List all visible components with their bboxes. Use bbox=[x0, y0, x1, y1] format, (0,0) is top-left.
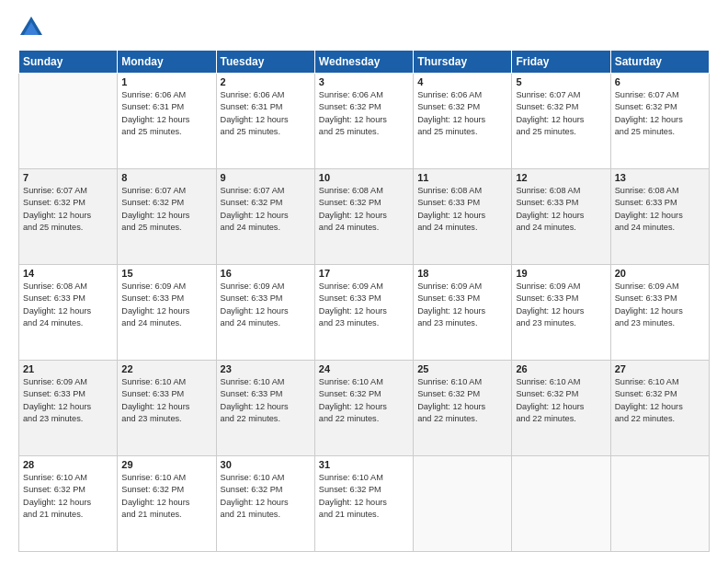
calendar-cell: 22Sunrise: 6:10 AM Sunset: 6:33 PM Dayli… bbox=[118, 361, 216, 456]
day-info: Sunrise: 6:06 AM Sunset: 6:31 PM Dayligh… bbox=[221, 89, 311, 138]
day-info: Sunrise: 6:10 AM Sunset: 6:32 PM Dayligh… bbox=[615, 376, 705, 425]
day-info: Sunrise: 6:08 AM Sunset: 6:32 PM Dayligh… bbox=[319, 185, 409, 234]
day-number: 5 bbox=[516, 76, 606, 87]
calendar-cell: 30Sunrise: 6:10 AM Sunset: 6:32 PM Dayli… bbox=[216, 456, 314, 552]
calendar-cell: 23Sunrise: 6:10 AM Sunset: 6:33 PM Dayli… bbox=[216, 361, 314, 456]
day-info: Sunrise: 6:10 AM Sunset: 6:33 PM Dayligh… bbox=[121, 376, 211, 425]
calendar-cell: 6Sunrise: 6:07 AM Sunset: 6:32 PM Daylig… bbox=[610, 74, 709, 169]
day-info: Sunrise: 6:09 AM Sunset: 6:33 PM Dayligh… bbox=[417, 281, 507, 329]
calendar-cell: 19Sunrise: 6:09 AM Sunset: 6:33 PM Dayli… bbox=[512, 265, 610, 361]
day-number: 31 bbox=[319, 459, 409, 470]
calendar-cell bbox=[414, 456, 512, 552]
day-info: Sunrise: 6:08 AM Sunset: 6:33 PM Dayligh… bbox=[516, 185, 606, 234]
day-info: Sunrise: 6:06 AM Sunset: 6:31 PM Dayligh… bbox=[121, 89, 211, 138]
calendar-cell: 15Sunrise: 6:09 AM Sunset: 6:33 PM Dayli… bbox=[118, 265, 216, 361]
day-info: Sunrise: 6:07 AM Sunset: 6:32 PM Dayligh… bbox=[221, 185, 311, 234]
calendar-cell: 18Sunrise: 6:09 AM Sunset: 6:33 PM Dayli… bbox=[414, 265, 512, 361]
day-info: Sunrise: 6:07 AM Sunset: 6:32 PM Dayligh… bbox=[121, 185, 211, 234]
day-info: Sunrise: 6:10 AM Sunset: 6:32 PM Dayligh… bbox=[319, 472, 409, 521]
day-info: Sunrise: 6:08 AM Sunset: 6:33 PM Dayligh… bbox=[615, 185, 705, 234]
calendar-header-row: SundayMondayTuesdayWednesdayThursdayFrid… bbox=[19, 51, 710, 74]
day-number: 10 bbox=[319, 172, 409, 183]
day-info: Sunrise: 6:10 AM Sunset: 6:32 PM Dayligh… bbox=[417, 376, 507, 425]
day-number: 27 bbox=[615, 363, 705, 374]
day-info: Sunrise: 6:09 AM Sunset: 6:33 PM Dayligh… bbox=[615, 281, 705, 329]
day-info: Sunrise: 6:06 AM Sunset: 6:32 PM Dayligh… bbox=[319, 89, 409, 138]
calendar-cell: 29Sunrise: 6:10 AM Sunset: 6:32 PM Dayli… bbox=[118, 456, 216, 552]
calendar-cell: 12Sunrise: 6:08 AM Sunset: 6:33 PM Dayli… bbox=[512, 169, 610, 265]
calendar-cell: 20Sunrise: 6:09 AM Sunset: 6:33 PM Dayli… bbox=[610, 265, 709, 361]
day-info: Sunrise: 6:09 AM Sunset: 6:33 PM Dayligh… bbox=[121, 281, 211, 329]
day-info: Sunrise: 6:06 AM Sunset: 6:32 PM Dayligh… bbox=[417, 89, 507, 138]
calendar-cell: 11Sunrise: 6:08 AM Sunset: 6:33 PM Dayli… bbox=[414, 169, 512, 265]
calendar-cell: 21Sunrise: 6:09 AM Sunset: 6:33 PM Dayli… bbox=[19, 361, 118, 456]
day-number: 16 bbox=[221, 268, 311, 279]
calendar-cell: 2Sunrise: 6:06 AM Sunset: 6:31 PM Daylig… bbox=[216, 74, 314, 169]
calendar-week-row: 1Sunrise: 6:06 AM Sunset: 6:31 PM Daylig… bbox=[19, 74, 710, 169]
calendar-cell bbox=[19, 74, 118, 169]
day-number: 23 bbox=[221, 363, 311, 374]
day-number: 13 bbox=[615, 172, 705, 183]
calendar-cell: 4Sunrise: 6:06 AM Sunset: 6:32 PM Daylig… bbox=[414, 74, 512, 169]
calendar-week-row: 28Sunrise: 6:10 AM Sunset: 6:32 PM Dayli… bbox=[19, 456, 710, 552]
calendar-cell: 7Sunrise: 6:07 AM Sunset: 6:32 PM Daylig… bbox=[19, 169, 118, 265]
calendar-week-row: 21Sunrise: 6:09 AM Sunset: 6:33 PM Dayli… bbox=[19, 361, 710, 456]
logo-icon bbox=[18, 15, 44, 40]
day-info: Sunrise: 6:10 AM Sunset: 6:33 PM Dayligh… bbox=[221, 376, 311, 425]
day-number: 8 bbox=[121, 172, 211, 183]
day-number: 3 bbox=[319, 76, 409, 87]
day-header-friday: Friday bbox=[512, 51, 610, 74]
day-number: 14 bbox=[23, 268, 113, 279]
day-number: 15 bbox=[121, 268, 211, 279]
day-info: Sunrise: 6:07 AM Sunset: 6:32 PM Dayligh… bbox=[615, 89, 705, 138]
calendar-cell bbox=[512, 456, 610, 552]
day-info: Sunrise: 6:10 AM Sunset: 6:32 PM Dayligh… bbox=[221, 472, 311, 521]
calendar-cell: 27Sunrise: 6:10 AM Sunset: 6:32 PM Dayli… bbox=[610, 361, 709, 456]
day-header-monday: Monday bbox=[118, 51, 216, 74]
day-header-wednesday: Wednesday bbox=[314, 51, 413, 74]
calendar-cell: 13Sunrise: 6:08 AM Sunset: 6:33 PM Dayli… bbox=[610, 169, 709, 265]
day-number: 17 bbox=[319, 268, 409, 279]
calendar-cell: 17Sunrise: 6:09 AM Sunset: 6:33 PM Dayli… bbox=[314, 265, 413, 361]
day-number: 4 bbox=[417, 76, 507, 87]
logo bbox=[18, 15, 50, 40]
calendar-table: SundayMondayTuesdayWednesdayThursdayFrid… bbox=[18, 50, 710, 552]
day-number: 12 bbox=[516, 172, 606, 183]
day-number: 1 bbox=[121, 76, 211, 87]
day-info: Sunrise: 6:08 AM Sunset: 6:33 PM Dayligh… bbox=[23, 281, 113, 329]
day-header-sunday: Sunday bbox=[19, 51, 118, 74]
day-info: Sunrise: 6:10 AM Sunset: 6:32 PM Dayligh… bbox=[516, 376, 606, 425]
day-info: Sunrise: 6:10 AM Sunset: 6:32 PM Dayligh… bbox=[23, 472, 113, 521]
day-number: 11 bbox=[417, 172, 507, 183]
calendar-week-row: 7Sunrise: 6:07 AM Sunset: 6:32 PM Daylig… bbox=[19, 169, 710, 265]
day-info: Sunrise: 6:08 AM Sunset: 6:33 PM Dayligh… bbox=[417, 185, 507, 234]
calendar-cell: 16Sunrise: 6:09 AM Sunset: 6:33 PM Dayli… bbox=[216, 265, 314, 361]
day-number: 21 bbox=[23, 363, 113, 374]
day-info: Sunrise: 6:07 AM Sunset: 6:32 PM Dayligh… bbox=[23, 185, 113, 234]
calendar-cell: 3Sunrise: 6:06 AM Sunset: 6:32 PM Daylig… bbox=[314, 74, 413, 169]
day-info: Sunrise: 6:09 AM Sunset: 6:33 PM Dayligh… bbox=[221, 281, 311, 329]
day-header-thursday: Thursday bbox=[414, 51, 512, 74]
day-number: 2 bbox=[221, 76, 311, 87]
calendar-cell: 26Sunrise: 6:10 AM Sunset: 6:32 PM Dayli… bbox=[512, 361, 610, 456]
day-number: 20 bbox=[615, 268, 705, 279]
day-info: Sunrise: 6:10 AM Sunset: 6:32 PM Dayligh… bbox=[319, 376, 409, 425]
calendar-cell: 10Sunrise: 6:08 AM Sunset: 6:32 PM Dayli… bbox=[314, 169, 413, 265]
day-header-tuesday: Tuesday bbox=[216, 51, 314, 74]
day-number: 28 bbox=[23, 459, 113, 470]
day-number: 22 bbox=[121, 363, 211, 374]
calendar-cell: 9Sunrise: 6:07 AM Sunset: 6:32 PM Daylig… bbox=[216, 169, 314, 265]
calendar-cell: 1Sunrise: 6:06 AM Sunset: 6:31 PM Daylig… bbox=[118, 74, 216, 169]
day-info: Sunrise: 6:09 AM Sunset: 6:33 PM Dayligh… bbox=[319, 281, 409, 329]
calendar-cell: 31Sunrise: 6:10 AM Sunset: 6:32 PM Dayli… bbox=[314, 456, 413, 552]
calendar-cell: 28Sunrise: 6:10 AM Sunset: 6:32 PM Dayli… bbox=[19, 456, 118, 552]
calendar-cell: 8Sunrise: 6:07 AM Sunset: 6:32 PM Daylig… bbox=[118, 169, 216, 265]
calendar-cell: 24Sunrise: 6:10 AM Sunset: 6:32 PM Dayli… bbox=[314, 361, 413, 456]
day-info: Sunrise: 6:07 AM Sunset: 6:32 PM Dayligh… bbox=[516, 89, 606, 138]
calendar-week-row: 14Sunrise: 6:08 AM Sunset: 6:33 PM Dayli… bbox=[19, 265, 710, 361]
day-number: 9 bbox=[221, 172, 311, 183]
day-number: 30 bbox=[221, 459, 311, 470]
page: SundayMondayTuesdayWednesdayThursdayFrid… bbox=[0, 0, 728, 563]
day-number: 29 bbox=[121, 459, 211, 470]
day-number: 18 bbox=[417, 268, 507, 279]
